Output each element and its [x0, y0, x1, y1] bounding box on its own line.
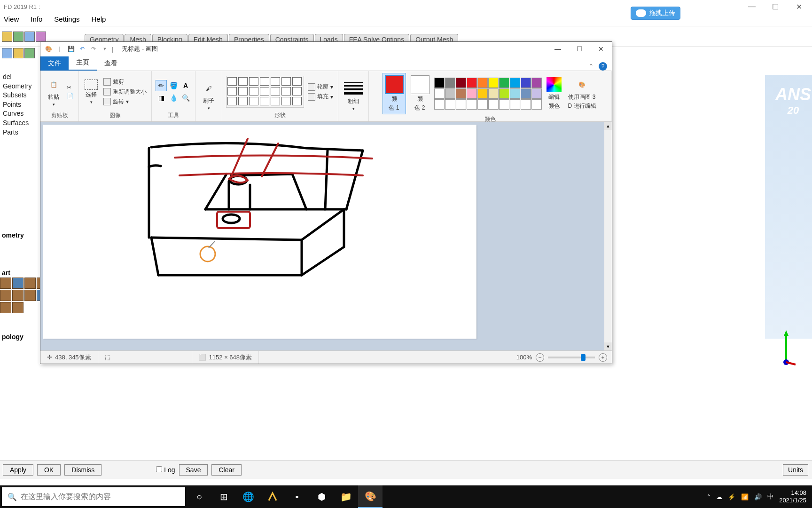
menu-info[interactable]: Info [31, 15, 42, 24]
tree-item[interactable]: Curves [0, 109, 38, 119]
menu-settings[interactable]: Settings [54, 15, 79, 24]
palette-color[interactable] [488, 78, 499, 88]
qat-dropdown[interactable]: ▼ [101, 45, 109, 53]
dismiss-button[interactable]: Dismiss [64, 464, 102, 476]
ime-indicator[interactable]: 中 [767, 492, 773, 501]
zoom-in-button[interactable]: + [599, 353, 607, 362]
maximize-button[interactable]: ☐ [569, 42, 590, 56]
ok-button[interactable]: OK [37, 464, 61, 476]
collapse-ribbon-icon[interactable]: ⌃ [588, 63, 594, 70]
tab-view[interactable]: 查看 [97, 56, 125, 71]
palette-color[interactable] [510, 99, 520, 110]
canvas[interactable] [43, 125, 476, 339]
palette-color[interactable] [531, 88, 542, 99]
palette-color[interactable] [445, 78, 455, 88]
palette-color[interactable] [445, 88, 455, 99]
ansys-app[interactable] [260, 485, 285, 508]
brush-button[interactable]: 🖌 刷子▾ [199, 80, 218, 111]
zoom-tool[interactable]: 🔍 [180, 92, 191, 103]
tree-item[interactable]: Subsets [0, 91, 38, 100]
palette-color[interactable] [510, 78, 520, 88]
cmd-app[interactable]: ▪ [285, 485, 309, 508]
tree-item[interactable]: Geometry [0, 82, 38, 91]
undo-icon[interactable]: ↶ [78, 45, 86, 53]
picker-tool[interactable]: 💧 [168, 92, 179, 103]
zoom-out-button[interactable]: − [536, 353, 544, 362]
vertical-scrollbar[interactable]: ▲ ▼ [604, 122, 612, 350]
system-tray[interactable]: ˄ ☁ ⚡ 📶 🔊 中 14:08 2021/1/25 [702, 489, 812, 504]
save-button[interactable]: Save [179, 464, 208, 476]
crop-button[interactable]: 裁剪 [102, 78, 148, 87]
toolbar-icon[interactable] [2, 32, 12, 42]
paint-app[interactable]: 🎨 [358, 485, 383, 508]
close-button[interactable]: ✕ [789, 1, 808, 12]
pencil-tool[interactable]: ✏ [156, 80, 167, 91]
tree-item[interactable]: del [0, 72, 38, 82]
apply-button[interactable]: Apply [3, 464, 33, 476]
toolbar-icon[interactable] [24, 32, 35, 42]
cloud-tray-icon[interactable]: ☁ [716, 493, 722, 500]
eraser-tool[interactable]: ◨ [156, 92, 167, 103]
windows-taskbar[interactable]: 🔍 在这里输入你要搜索的内容 ○ ⊞ 🌐 ▪ ⬢ 📁 🎨 ˄ ☁ ⚡ 📶 🔊 中… [0, 485, 812, 508]
palette-color[interactable] [499, 88, 509, 99]
minimize-button[interactable]: — [742, 1, 761, 12]
search-box[interactable]: 🔍 在这里输入你要搜索的内容 [2, 487, 185, 506]
resize-button[interactable]: 重新调整大小 [102, 87, 148, 96]
explorer-app[interactable]: 📁 [334, 485, 358, 508]
paint-titlebar[interactable]: 🎨 | 💾 ↶ ↷ ▼ | 无标题 - 画图 — ☐ ✕ [40, 42, 612, 56]
paint3d-button[interactable]: 🎨 使用画图 3D 进行编辑 [566, 76, 598, 111]
palette-color[interactable] [434, 99, 445, 110]
toolbar-icon[interactable] [13, 48, 23, 58]
wifi-icon[interactable]: 📶 [741, 493, 749, 500]
redo-icon[interactable]: ↷ [89, 45, 98, 53]
cloud-upload-button[interactable]: 拖拽上传 [631, 7, 680, 20]
toolbar-icon[interactable] [36, 32, 46, 42]
maximize-button[interactable]: ☐ [766, 1, 785, 12]
palette-color[interactable] [488, 88, 499, 99]
palette-color[interactable] [531, 78, 542, 88]
fill-tool[interactable]: 🪣 [168, 80, 179, 91]
color2-button[interactable]: 颜色 2 [409, 74, 431, 113]
thickness-button[interactable]: 粗细▾ [342, 79, 365, 112]
zoom-control[interactable]: 100% − + [512, 353, 612, 362]
network-icon[interactable]: ⚡ [728, 493, 735, 500]
palette-color[interactable] [434, 78, 445, 88]
zoom-slider[interactable] [548, 357, 595, 358]
scroll-up-icon[interactable]: ▲ [604, 122, 612, 130]
close-button[interactable]: ✕ [590, 42, 612, 56]
outline-button[interactable]: 轮廓 ▾ [307, 82, 334, 91]
palette-color[interactable] [467, 78, 477, 88]
axis-triad[interactable]: Y [774, 329, 798, 367]
tree-item[interactable]: Points [0, 100, 38, 110]
app-icon[interactable]: ⬢ [309, 485, 334, 508]
menu-view[interactable]: View [4, 15, 19, 24]
palette-color[interactable] [521, 88, 531, 99]
cut-button[interactable]: ✂ [66, 84, 75, 91]
tree-item[interactable]: Parts [0, 128, 38, 137]
palette-color[interactable] [521, 78, 531, 88]
palette-color[interactable] [467, 99, 477, 110]
clear-button[interactable]: Clear [211, 464, 241, 476]
canvas-area[interactable]: ▲ ▼ [40, 122, 612, 350]
tray-chevron-icon[interactable]: ˄ [707, 493, 710, 500]
taskview-button[interactable]: ⊞ [211, 485, 236, 508]
edit-colors-button[interactable]: 编辑颜色 [545, 76, 563, 111]
menu-help[interactable]: Help [91, 15, 106, 24]
scroll-down-icon[interactable]: ▼ [604, 342, 612, 350]
palette-color[interactable] [445, 99, 455, 110]
palette-color[interactable] [456, 78, 466, 88]
palette-color[interactable] [477, 99, 488, 110]
clock[interactable]: 14:08 2021/1/25 [779, 489, 806, 504]
tree-item[interactable]: Surfaces [0, 119, 38, 128]
palette-color[interactable] [499, 99, 509, 110]
toolbar-icon[interactable] [13, 32, 23, 42]
text-tool[interactable]: A [180, 80, 191, 91]
minimize-button[interactable]: — [547, 42, 569, 56]
paste-button[interactable]: 📋 粘贴▾ [44, 76, 63, 108]
units-button[interactable]: Units [783, 464, 808, 476]
color1-button[interactable]: 颜色 1 [383, 73, 406, 114]
fill-button[interactable]: 填充 ▾ [307, 92, 334, 101]
edge-app[interactable]: 🌐 [236, 485, 260, 508]
save-icon[interactable]: 💾 [67, 45, 75, 53]
palette-color[interactable] [467, 88, 477, 99]
